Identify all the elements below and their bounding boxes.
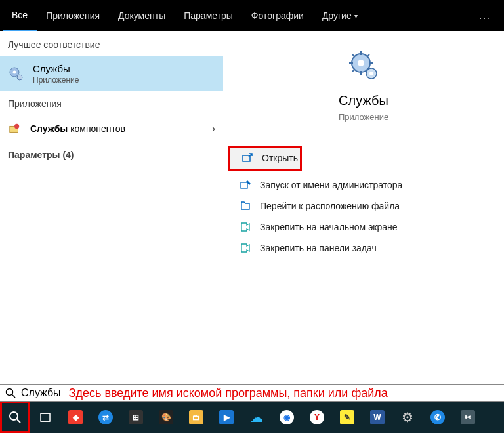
svg-point-21 [10, 412, 18, 420]
chrome-icon: ◉ [279, 409, 295, 425]
svg-point-19 [7, 389, 13, 396]
taskbar-search-button[interactable] [0, 402, 30, 433]
tab-label: Все [12, 10, 28, 20]
tab-settings[interactable]: Параметры [175, 0, 242, 31]
taskbar-taskview-button[interactable] [30, 402, 60, 433]
preview-title: Службы [339, 93, 388, 108]
search-filter-tabs: Все Приложения Документы Параметры Фотог… [0, 0, 504, 31]
action-label: Запуск от имени администратора [260, 180, 402, 190]
pin-taskbar-icon [240, 243, 251, 253]
open-action[interactable]: Открыть [228, 146, 302, 171]
snip-icon: ✂ [460, 409, 476, 425]
chevron-right-icon: › [212, 123, 215, 134]
search-input-row[interactable]: Службы Здесь введите имя искомой програм… [0, 384, 504, 402]
location-icon [240, 201, 251, 211]
taskbar-app-word[interactable]: W [362, 402, 392, 433]
taskbar-app-yandex[interactable]: Y [302, 402, 332, 433]
app-result-label: Службы компонентов [30, 123, 125, 134]
gears-icon [8, 66, 24, 81]
taskbar-app-movies[interactable]: ▶ [211, 402, 242, 433]
taskbar-app-explorer[interactable]: 🗀 [181, 402, 211, 433]
notes-icon: ✎ [339, 409, 355, 425]
run-as-admin-action[interactable]: Запуск от имени администратора [228, 175, 499, 196]
tab-label: Документы [118, 10, 165, 21]
svg-point-4 [14, 124, 19, 129]
taskbar: ◆ ⇄ ⊞ 🎨 🗀 ▶ ☁ ◉ Y ✎ W ⚙ ✆ ✂ [0, 402, 504, 433]
action-label: Открыть [262, 153, 298, 163]
pin-to-start-action[interactable]: Закрепить на начальном экране [228, 216, 499, 237]
tab-all[interactable]: Все [3, 0, 37, 31]
pin-start-icon [240, 222, 251, 232]
more-button[interactable]: ... [469, 10, 501, 21]
taskbar-app-notes[interactable]: ✎ [332, 402, 362, 433]
search-results-pane: Лучшее соответствие Службы Приложение Пр… [0, 31, 504, 384]
taskbar-app-paint[interactable]: 🎨 [151, 402, 181, 433]
tab-label: Приложения [46, 10, 100, 21]
svg-point-2 [17, 75, 22, 80]
search-query-text: Службы [21, 387, 61, 399]
taskview-icon [37, 409, 53, 425]
folder-icon: 🗀 [188, 409, 204, 425]
svg-line-14 [352, 69, 355, 72]
chevron-down-icon: ▾ [354, 12, 358, 20]
preview-actions: Открыть Запуск от имени администратора П… [228, 146, 499, 258]
word-icon: W [369, 409, 385, 425]
svg-line-20 [12, 395, 16, 398]
more-label: ... [479, 10, 491, 21]
preview-pane: Службы Приложение Открыть Запуск от имен… [223, 31, 504, 384]
svg-point-6 [358, 60, 364, 66]
best-match-header: Лучшее соответствие [0, 31, 223, 56]
svg-rect-18 [241, 182, 247, 188]
component-icon [8, 122, 21, 135]
yandex-icon: Y [309, 409, 325, 425]
admin-icon [240, 180, 251, 190]
search-hint-annotation: Здесь введите имя искомой программы, пап… [69, 386, 388, 400]
cloud-icon: ☁ [249, 409, 264, 425]
tab-apps[interactable]: Приложения [37, 0, 109, 31]
taskbar-app-teamviewer[interactable]: ⇄ [91, 402, 121, 433]
svg-line-22 [17, 419, 20, 423]
action-label: Закрепить на начальном экране [260, 222, 398, 232]
teamviewer-icon: ⇄ [98, 409, 114, 425]
taskbar-app-chrome[interactable]: ◉ [272, 402, 302, 433]
tab-photos[interactable]: Фотографии [242, 0, 313, 31]
taskbar-app-calculator[interactable]: ⊞ [121, 402, 151, 433]
paint-icon: 🎨 [158, 409, 174, 425]
action-label: Закрепить на панели задач [260, 243, 377, 253]
taskbar-app-anydesk[interactable]: ◆ [60, 402, 91, 433]
tab-other[interactable]: Другие▾ [313, 0, 367, 31]
movies-icon: ▶ [219, 409, 234, 425]
gears-icon [348, 50, 379, 81]
best-match-sub: Приложение [33, 75, 79, 85]
tab-label: Параметры [184, 10, 233, 21]
pin-to-taskbar-action[interactable]: Закрепить на панели задач [228, 237, 499, 258]
svg-line-11 [352, 54, 355, 57]
anydesk-icon: ◆ [68, 409, 83, 425]
taskbar-app-support[interactable]: ✆ [423, 402, 453, 433]
svg-line-13 [367, 54, 369, 57]
best-match-title: Службы [33, 63, 79, 74]
open-icon [242, 153, 253, 163]
taskbar-app-snip[interactable]: ✂ [453, 402, 483, 433]
search-icon [5, 388, 16, 398]
tab-label: Другие [322, 10, 352, 21]
tab-documents[interactable]: Документы [109, 0, 175, 31]
apps-header: Приложения [0, 91, 223, 115]
gear-icon: ⚙ [400, 409, 415, 425]
svg-point-16 [369, 72, 373, 75]
support-icon: ✆ [430, 409, 446, 425]
tab-label: Фотографии [251, 10, 304, 21]
search-icon [7, 409, 23, 425]
taskbar-app-settings[interactable]: ⚙ [392, 402, 423, 433]
app-result-item[interactable]: Службы компонентов › [0, 115, 223, 142]
preview-subtitle: Приложение [339, 112, 388, 122]
calculator-icon: ⊞ [128, 409, 144, 425]
results-list: Лучшее соответствие Службы Приложение Пр… [0, 31, 223, 384]
svg-rect-26 [41, 413, 50, 421]
action-label: Перейти к расположению файла [260, 201, 400, 211]
params-header[interactable]: Параметры (4) [0, 142, 223, 167]
svg-point-1 [13, 71, 16, 74]
best-match-item[interactable]: Службы Приложение [0, 56, 223, 91]
taskbar-app-onedrive[interactable]: ☁ [242, 402, 272, 433]
open-file-location-action[interactable]: Перейти к расположению файла [228, 196, 499, 216]
